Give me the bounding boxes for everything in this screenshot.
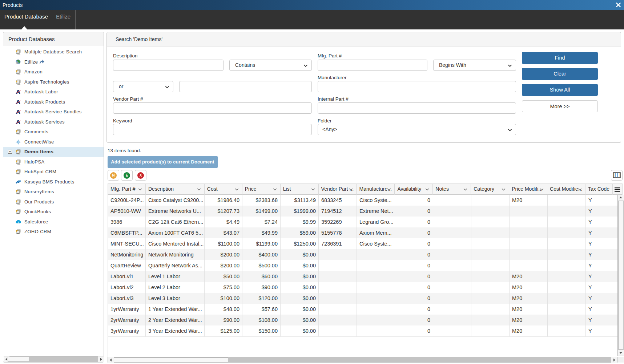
svg-text:s: s xyxy=(18,220,20,223)
